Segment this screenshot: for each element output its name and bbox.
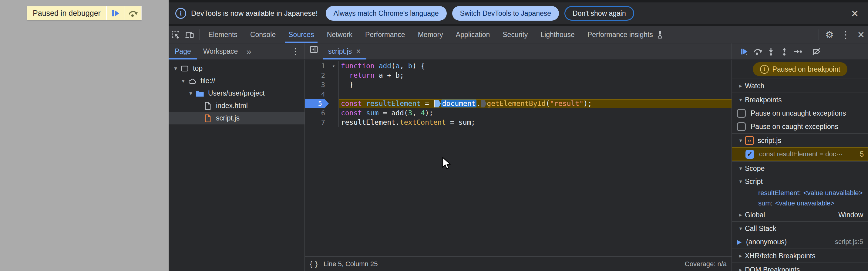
- collapsed-arrow-icon[interactable]: ▸: [736, 83, 745, 89]
- folder-icon: [195, 89, 205, 98]
- editor-tab-close-icon[interactable]: ×: [356, 47, 361, 56]
- toggle-navigator-icon[interactable]: [307, 43, 321, 56]
- expand-arrow-icon[interactable]: ▾: [172, 65, 180, 72]
- scope-global-group[interactable]: ▸ Global Window: [732, 209, 868, 221]
- tab-lighthouse[interactable]: Lighthouse: [534, 26, 581, 43]
- section-dom-breakpoints[interactable]: ▸ DOM Breakpoints: [732, 263, 868, 271]
- active-frame-icon: ▶: [737, 238, 746, 245]
- tab-application[interactable]: Application: [450, 26, 496, 43]
- code-line[interactable]: 6const sum = add(3, 4);: [305, 108, 732, 118]
- tree-item-top[interactable]: ▾ top: [168, 62, 305, 74]
- resume-button[interactable]: [738, 45, 751, 58]
- expand-arrow-icon[interactable]: ▾: [179, 78, 187, 84]
- more-tabs-icon[interactable]: »: [244, 43, 254, 59]
- expanded-arrow-icon[interactable]: ▾: [736, 225, 745, 232]
- code-area[interactable]: 1▾function add(a, b) {2 return a + b;3 }…: [305, 60, 732, 257]
- tree-item-script-js[interactable]: script.js: [168, 112, 305, 124]
- code-line-text[interactable]: return a + b;: [338, 71, 732, 80]
- tab-console[interactable]: Console: [244, 26, 282, 43]
- collapsed-arrow-icon[interactable]: ▸: [736, 212, 745, 218]
- code-line-text[interactable]: const sum = add(3, 4);: [338, 108, 732, 118]
- step-over-button[interactable]: [751, 45, 764, 58]
- code-editor[interactable]: 1▾function add(a, b) {2 return a + b;3 }…: [305, 60, 732, 271]
- pause-caught-exceptions-row[interactable]: Pause on caught exceptions: [732, 120, 868, 133]
- tree-item-project-folder[interactable]: ▾ Users/user/project: [168, 87, 305, 99]
- tab-performance[interactable]: Performance: [359, 26, 411, 43]
- switch-devtools-japanese-button[interactable]: Switch DevTools to Japanese: [452, 6, 559, 21]
- navigator-menu-icon[interactable]: ⋮: [286, 43, 305, 59]
- devtools-close-icon[interactable]: ×: [854, 29, 868, 40]
- device-toolbar-icon[interactable]: [183, 29, 196, 41]
- scope-global-label: Global: [745, 211, 765, 219]
- code-line[interactable]: 1▾function add(a, b) {: [305, 61, 732, 71]
- call-stack-frame[interactable]: ▶ (anonymous) script.js:5: [732, 235, 868, 248]
- code-line[interactable]: 3 }: [305, 80, 732, 90]
- section-watch[interactable]: ▸ Watch: [732, 79, 868, 93]
- step-into-button[interactable]: [764, 45, 778, 58]
- checkbox-unchecked[interactable]: [737, 122, 746, 131]
- editor-tab-script-js[interactable]: script.js ×: [323, 43, 366, 59]
- scope-variable-row[interactable]: resultElement:<value unavailable>: [732, 188, 868, 198]
- tree-item-index-html[interactable]: index.html: [168, 99, 305, 112]
- more-options-icon[interactable]: ⋮: [837, 30, 854, 39]
- tree-item-file-protocol[interactable]: ▾ file://: [168, 74, 305, 87]
- breakpoint-file-label: script.js: [757, 137, 781, 145]
- collapsed-arrow-icon[interactable]: ▸: [736, 266, 745, 271]
- section-xhr-breakpoints[interactable]: ▸ XHR/fetch Breakpoints: [732, 248, 868, 263]
- infobar-close-icon[interactable]: ×: [847, 7, 863, 20]
- line-number[interactable]: 3: [305, 80, 329, 90]
- expanded-arrow-icon[interactable]: ▾: [736, 178, 745, 185]
- line-number[interactable]: 6: [305, 108, 329, 118]
- sources-subbar: Page Workspace » ⋮ script.js ×: [168, 43, 868, 60]
- settings-gear-icon[interactable]: ⚙: [822, 30, 837, 39]
- code-line[interactable]: 2 return a + b;: [305, 71, 732, 80]
- overlay-resume-button[interactable]: [107, 6, 124, 20]
- collapsed-arrow-icon[interactable]: ▸: [736, 252, 745, 259]
- checkbox-unchecked[interactable]: [737, 109, 746, 118]
- breakpoint-file-group[interactable]: ▾ ‹› script.js: [732, 133, 868, 147]
- code-line-text[interactable]: resultElement.textContent = sum;: [338, 118, 732, 127]
- section-scope[interactable]: ▾ Scope: [732, 161, 868, 175]
- tab-memory[interactable]: Memory: [411, 26, 450, 43]
- step-out-button[interactable]: [778, 45, 791, 58]
- code-line-text[interactable]: function add(a, b) {: [338, 61, 732, 71]
- fold-arrow-icon[interactable]: ▾: [329, 61, 338, 71]
- tab-network[interactable]: Network: [320, 26, 359, 43]
- inspect-element-icon[interactable]: [168, 29, 183, 41]
- expanded-arrow-icon[interactable]: ▾: [736, 137, 745, 144]
- pretty-print-icon[interactable]: { }: [310, 260, 318, 268]
- tab-performance-insights[interactable]: Performance insights: [581, 26, 670, 43]
- tab-page[interactable]: Page: [168, 43, 197, 59]
- scope-script-group[interactable]: ▾ Script: [732, 175, 868, 188]
- step-button[interactable]: [791, 45, 804, 58]
- section-breakpoints[interactable]: ▾ Breakpoints: [732, 93, 868, 107]
- code-line[interactable]: 4: [305, 90, 732, 99]
- tab-elements[interactable]: Elements: [202, 26, 244, 43]
- expand-arrow-icon[interactable]: ▾: [187, 90, 195, 97]
- tab-security[interactable]: Security: [496, 26, 534, 43]
- code-line-text[interactable]: [338, 90, 732, 99]
- line-number[interactable]: 1: [305, 61, 329, 71]
- pause-uncaught-exceptions-row[interactable]: Pause on uncaught exceptions: [732, 107, 868, 120]
- dont-show-again-button[interactable]: Don't show again: [564, 6, 634, 21]
- code-line[interactable]: 7resultElement.textContent = sum;: [305, 118, 732, 127]
- tab-workspace[interactable]: Workspace: [197, 43, 244, 59]
- breakpoint-entry-row[interactable]: ✓ const resultElement = doc⋯ 5: [732, 147, 868, 161]
- section-call-stack[interactable]: ▾ Call Stack: [732, 221, 868, 235]
- deactivate-breakpoints-button[interactable]: [810, 45, 823, 58]
- line-number[interactable]: 2: [305, 71, 329, 80]
- execution-line-marker[interactable]: 5: [305, 99, 329, 108]
- tab-sources[interactable]: Sources: [282, 26, 320, 43]
- scope-variable-row[interactable]: sum:<value unavailable>: [732, 198, 868, 209]
- always-match-language-button[interactable]: Always match Chrome's language: [326, 6, 447, 21]
- line-number[interactable]: 7: [305, 118, 329, 127]
- paused-badge-label: Paused on breakpoint: [772, 65, 840, 73]
- code-line-text[interactable]: }: [338, 80, 732, 90]
- expanded-arrow-icon[interactable]: ▾: [736, 165, 745, 172]
- code-line-text[interactable]: const resultElement = document.getElemen…: [338, 99, 732, 108]
- overlay-step-over-button[interactable]: [124, 6, 141, 20]
- checkbox-checked[interactable]: ✓: [745, 150, 754, 159]
- code-line-paused[interactable]: 5const resultElement = document.getEleme…: [305, 99, 732, 108]
- expanded-arrow-icon[interactable]: ▾: [736, 96, 745, 103]
- line-number[interactable]: 4: [305, 90, 329, 99]
